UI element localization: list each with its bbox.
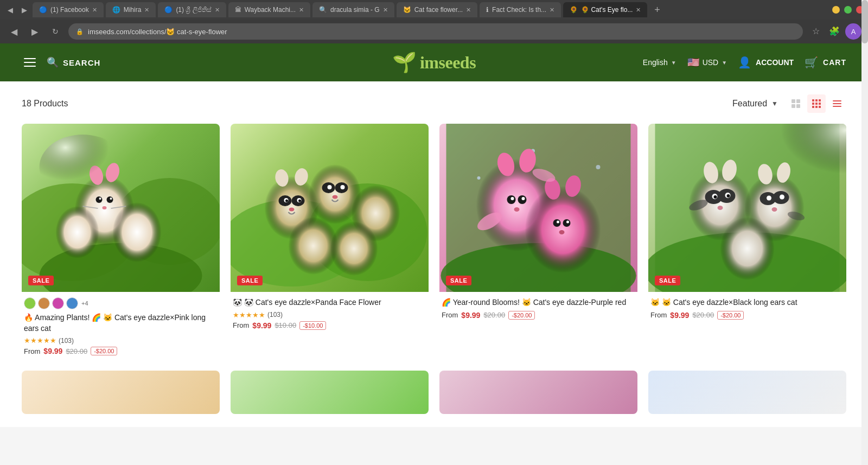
svg-point-96 [718,206,723,210]
site-logo[interactable]: 🌱 imseeds [392,51,476,74]
product-card-bottom[interactable] [22,371,220,414]
product-card-bottom[interactable] [439,371,637,414]
back-nav-button[interactable]: ◀ [7,24,22,39]
cart-icon: 🛒 [805,56,819,69]
product-card-bottom[interactable] [648,371,846,414]
browser-tab-factcheck[interactable]: ℹ Fact Check: Is th... ✕ [480,2,561,17]
tab-close-button[interactable]: ✕ [636,7,641,14]
url-text: imseeds.com/collections/🐱 cat-s-eye-flow… [88,28,227,36]
view-small-grid-button[interactable] [787,94,805,113]
variant-color[interactable] [38,297,50,309]
product-title: 🐼 🐼 Cat's eye dazzle×Panda Face Flower [233,297,426,308]
browser-tab-mihira[interactable]: 🌐 Mihira ✕ [106,2,156,17]
svg-point-88 [767,196,771,201]
tab-close-button[interactable]: ✕ [550,7,554,14]
bookmark-button[interactable]: ☆ [808,23,824,39]
browser-tab-catseye[interactable]: 🌻 🌻 Cat's Eye flo... ✕ [563,2,647,17]
tab-label: Fact Check: Is th... [492,6,546,14]
svg-rect-0 [792,99,795,103]
price-original: $10.00 [275,321,296,329]
account-button[interactable]: 👤 ACCOUNT [738,56,794,69]
product-card[interactable]: SALE 🐱 🐱 Cat's eye dazzle×Black long ear… [648,124,846,360]
cart-button[interactable]: 🛒 CART [805,56,846,69]
chevron-down-icon: ▼ [671,60,676,66]
svg-point-46 [341,185,345,189]
svg-rect-1 [796,99,800,103]
product-card-bottom[interactable] [231,371,429,414]
svg-point-72 [514,207,520,212]
tab-close-button[interactable]: ✕ [215,7,220,14]
back-button[interactable]: ◀ [4,4,16,16]
browser-tab-catface[interactable]: 🐱 Cat face flower... ✕ [397,2,477,17]
profile-button[interactable]: A [845,23,861,40]
scrollbar-track[interactable] [861,0,868,427]
product-card[interactable]: SALE +4 🔥 Amazing Plants! 🌈 🐱 Cat's eye … [22,124,220,360]
variant-color[interactable] [24,297,36,309]
variant-color[interactable] [66,297,78,309]
product-title: 🌈 Year-round Blooms! 🐱 Cat's eye dazzle-… [442,297,635,308]
view-list-button[interactable] [828,94,846,113]
tab-close-button[interactable]: ✕ [299,7,304,14]
browser-chrome: ◀ ▶ 🔵 (1) Facebook ✕ 🌐 Mihira ✕ 🔵 (1) ශ්… [0,0,868,43]
svg-point-55 [477,176,481,180]
tab-close-button[interactable]: ✕ [466,7,471,14]
product-image: SALE [648,124,846,292]
chevron-down-icon: ▼ [722,60,727,66]
new-tab-button[interactable]: + [649,2,665,17]
svg-point-21 [56,206,99,258]
variant-color[interactable] [52,297,64,309]
search-area[interactable]: 🔍 SEARCH [47,56,100,68]
browser-tab-wayback[interactable]: 🏛 Wayback Machi... ✕ [228,2,310,17]
forward-nav-button[interactable]: ▶ [27,24,42,39]
browser-tab-facebook[interactable]: 🔵 (1) Facebook ✕ [33,2,104,17]
tab-favicon: 🔵 [164,6,173,14]
product-grid: SALE +4 🔥 Amazing Plants! 🌈 🐱 Cat's eye … [22,124,846,360]
currency-label: USD [703,58,719,67]
refresh-button[interactable]: ↻ [48,24,63,39]
sale-badge: SALE [28,276,54,285]
browser-tab-dracula[interactable]: 🔍 dracula simia - G ✕ [312,2,394,17]
logo-icon: 🌱 [392,51,417,74]
svg-point-38 [330,221,378,276]
product-card[interactable]: SALE 🐼 🐼 Cat's eye dazzle×Panda Face Flo… [231,124,429,360]
product-info: 🐼 🐼 Cat's eye dazzle×Panda Face Flower ★… [231,292,429,334]
hamburger-line [24,58,36,59]
logo-text: imseeds [420,53,476,73]
tab-close-button[interactable]: ✕ [144,7,149,14]
currency-selector[interactable]: 🇺🇸 USD ▼ [687,56,727,68]
maximize-button[interactable] [844,6,852,14]
search-icon: 🔍 [47,56,59,68]
view-grid-button[interactable] [807,94,826,113]
price-discount-badge: -$20.00 [508,311,535,320]
svg-point-66 [511,197,514,200]
product-info: +4 🔥 Amazing Plants! 🌈 🐱 Cat's eye dazzl… [22,292,220,360]
price-original: $20.00 [692,311,714,319]
tab-close-button[interactable]: ✕ [383,7,388,14]
extensions-button[interactable]: 🧩 [827,23,842,39]
svg-rect-8 [815,103,818,105]
hamburger-menu[interactable] [22,56,38,69]
product-image: SALE [439,124,637,292]
security-icon: 🔒 [76,28,84,35]
product-card[interactable]: SALE 🌈 Year-round Blooms! 🐱 Cat's eye da… [439,124,637,360]
scrollbar-thumb[interactable] [861,0,868,43]
svg-point-81 [720,217,775,280]
language-selector[interactable]: English ▼ [643,58,676,67]
svg-point-70 [557,221,559,224]
forward-button[interactable]: ▶ [18,4,30,16]
svg-point-50 [333,195,338,199]
collection-toolbar: 18 Products Featured ▼ [22,94,846,113]
language-label: English [643,58,668,67]
sort-dropdown[interactable]: Featured ▼ [732,99,778,109]
svg-point-90 [714,195,717,199]
svg-point-59 [525,186,601,273]
minimize-button[interactable] [832,6,840,14]
svg-point-73 [559,230,565,234]
product-image: SALE [231,124,429,292]
products-count: 18 Products [22,99,68,109]
tab-label: (1) Facebook [50,6,89,14]
review-count: (103) [59,337,74,345]
tab-close-button[interactable]: ✕ [92,7,97,14]
address-bar[interactable]: 🔒 imseeds.com/collections/🐱 cat-s-eye-fl… [68,23,803,40]
browser-tab-sinhala[interactable]: 🔵 (1) ශ්‍රී ලිජිතිස් ✕ [158,2,226,17]
